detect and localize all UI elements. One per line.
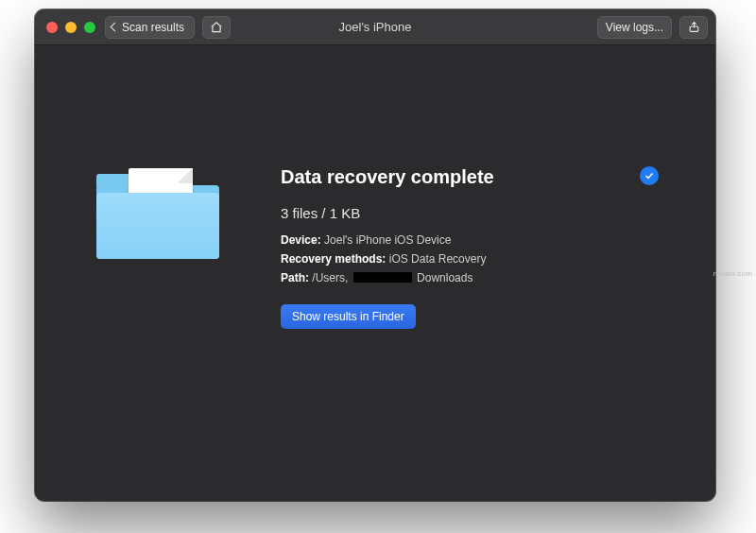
redacted-segment xyxy=(353,272,412,283)
home-icon xyxy=(210,21,223,34)
show-in-finder-button[interactable]: Show results in Finder xyxy=(281,304,416,329)
path-row: Path: /Users, Downloads xyxy=(281,268,659,287)
share-icon xyxy=(688,21,700,33)
device-row: Device: Joel's iPhone iOS Device xyxy=(281,231,659,249)
chevron-left-icon xyxy=(111,23,120,32)
app-window: Scan results Joel's iPhone View logs... xyxy=(35,9,715,501)
window-controls xyxy=(46,22,95,33)
home-button[interactable] xyxy=(202,16,231,39)
view-logs-button[interactable]: View logs... xyxy=(597,16,672,39)
methods-label: Recovery methods: xyxy=(281,252,386,266)
close-icon[interactable] xyxy=(46,22,58,33)
zoom-icon[interactable] xyxy=(84,22,95,33)
check-icon xyxy=(644,170,655,181)
methods-row: Recovery methods: iOS Data Recovery xyxy=(281,249,659,268)
back-button-label: Scan results xyxy=(122,21,184,34)
device-value: Joel's iPhone iOS Device xyxy=(324,233,451,247)
path-label: Path: xyxy=(281,271,309,284)
result-pane: Data recovery complete 3 files / 1 KB De… xyxy=(281,45,715,501)
path-prefix: /Users, xyxy=(312,271,348,284)
result-summary: 3 files / 1 KB xyxy=(281,205,659,221)
result-heading: Data recovery complete xyxy=(281,166,659,188)
share-button[interactable] xyxy=(679,16,708,39)
titlebar: Scan results Joel's iPhone View logs... xyxy=(35,9,715,45)
path-suffix: Downloads xyxy=(417,271,472,284)
device-label: Device: xyxy=(281,233,321,247)
content-area: Data recovery complete 3 files / 1 KB De… xyxy=(35,45,715,501)
show-in-finder-label: Show results in Finder xyxy=(292,310,404,323)
view-logs-label: View logs... xyxy=(606,21,663,34)
success-badge xyxy=(640,166,659,185)
illustration-pane xyxy=(35,45,281,501)
methods-value: iOS Data Recovery xyxy=(389,252,487,266)
minimize-icon[interactable] xyxy=(65,22,77,33)
watermark: mbatn.com xyxy=(713,269,752,278)
back-button[interactable]: Scan results xyxy=(105,16,195,39)
